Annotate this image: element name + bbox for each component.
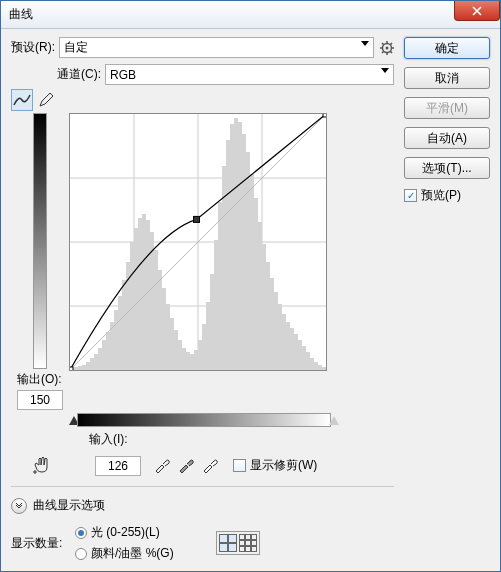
window-title: 曲线 [9,6,33,23]
svg-line-7 [391,51,392,52]
auto-button[interactable]: 自动(A) [404,127,490,149]
radio-icon [75,548,87,560]
svg-line-8 [391,43,392,44]
curves-dialog: 曲线 预设(R): 自定 通道(C): RGB [0,0,501,572]
grid-coarse-button[interactable] [219,534,237,552]
curve-canvas [70,114,326,370]
white-eyedropper[interactable] [201,456,219,474]
gray-eyedropper[interactable] [177,456,195,474]
radio-icon [75,527,87,539]
radio-light[interactable]: 光 (0-255)(L) [75,524,174,541]
divider [11,486,394,487]
titlebar[interactable]: 曲线 [1,1,500,29]
chevron-up-icon [15,502,23,510]
channel-value: RGB [110,68,136,82]
channel-dropdown[interactable]: RGB [105,64,394,85]
white-point-slider[interactable] [329,416,339,425]
collapse-options-button[interactable] [11,498,27,514]
preset-dropdown[interactable]: 自定 [59,37,374,58]
cancel-button[interactable]: 取消 [404,67,490,89]
preset-value: 自定 [64,39,88,56]
eyedropper-icon [153,456,171,474]
svg-rect-17 [70,367,73,370]
chevron-down-icon [361,41,369,46]
show-clipping-checkbox[interactable] [233,459,246,472]
pencil-icon [38,92,54,108]
curve-tool-button[interactable] [11,89,33,111]
gear-icon [380,41,394,55]
targeted-adjustment-button[interactable] [31,455,55,475]
ok-button[interactable]: 确定 [404,37,490,59]
preview-label: 预览(P) [421,187,461,204]
preset-label: 预设(R): [11,39,55,56]
curve-options-label: 曲线显示选项 [33,497,105,514]
preset-menu-button[interactable] [380,41,394,55]
show-clipping-label: 显示修剪(W) [250,457,317,474]
svg-line-6 [382,43,383,44]
pencil-tool-button[interactable] [35,89,57,111]
svg-rect-19 [323,114,326,117]
channel-label: 通道(C): [57,66,101,83]
output-input[interactable] [17,390,63,410]
close-icon [472,6,482,16]
show-amount-label: 显示数量: [11,535,71,552]
close-button[interactable] [454,1,500,21]
radio-pigment[interactable]: 颜料/油墨 %(G) [75,545,174,562]
input-gradient[interactable] [77,413,331,427]
svg-line-9 [382,51,383,52]
output-label: 输出(O): [17,371,63,388]
svg-rect-18 [193,216,199,222]
input-input[interactable] [95,456,141,476]
output-gradient[interactable] [33,113,47,369]
chevron-down-icon [381,68,389,73]
eyedropper-icon [177,456,195,474]
black-eyedropper[interactable] [153,456,171,474]
grid-size-group [216,531,260,555]
options-button[interactable]: 选项(T)... [404,157,490,179]
preview-checkbox[interactable]: ✓ [404,189,417,202]
curve-icon [13,93,31,107]
input-label: 输入(I): [89,431,394,448]
svg-point-1 [386,46,389,49]
smooth-button[interactable]: 平滑(M) [404,97,490,119]
grid-fine-button[interactable] [239,534,257,552]
hand-icon [31,455,55,475]
eyedropper-icon [201,456,219,474]
curve-graph[interactable] [69,113,327,371]
